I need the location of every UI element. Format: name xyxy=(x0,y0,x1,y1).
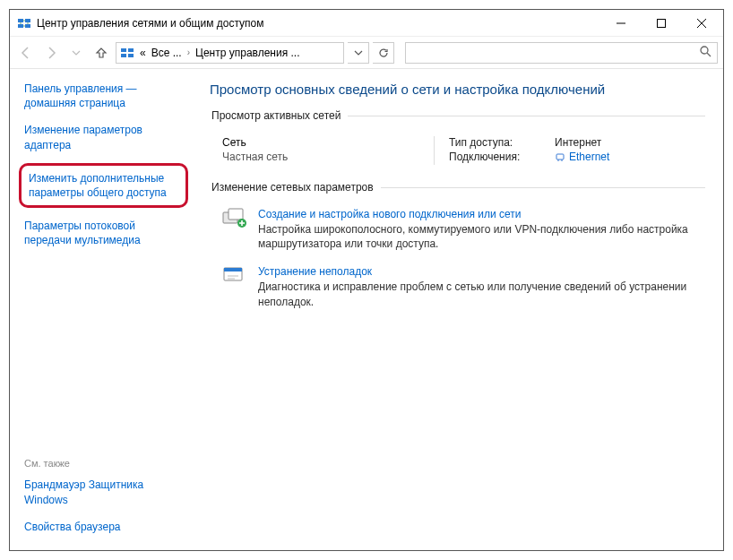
network-name: Сеть xyxy=(222,136,419,149)
window-controls xyxy=(600,11,721,36)
refresh-button[interactable] xyxy=(373,42,394,64)
new-connection-icon xyxy=(222,208,247,229)
breadcrumb-icon xyxy=(120,46,134,60)
window-title: Центр управления сетями и общим доступом xyxy=(37,17,600,30)
search-icon[interactable] xyxy=(700,46,711,60)
sidebar-link-media-streaming[interactable]: Параметры потоковой передачи мультимедиа xyxy=(24,219,185,247)
svg-rect-10 xyxy=(556,154,564,159)
chevron-right-icon: › xyxy=(187,47,190,57)
sidebar-link-advanced-sharing[interactable]: Изменить дополнительные параметры общего… xyxy=(19,163,188,208)
task-troubleshoot: Устранение неполадок Диагностика и испра… xyxy=(210,260,705,317)
task-troubleshoot-desc: Диагностика и исправление проблем с сеть… xyxy=(258,280,705,308)
network-row: Сеть Частная сеть Тип доступа: Интернет … xyxy=(210,131,705,165)
main-content: Просмотр основных сведений о сети и наст… xyxy=(194,69,723,550)
network-type: Частная сеть xyxy=(222,151,419,163)
svg-point-9 xyxy=(701,47,708,54)
maximize-button[interactable] xyxy=(641,11,681,36)
breadcrumb-box[interactable]: « Все ... › Центр управления ... xyxy=(116,42,344,64)
svg-rect-15 xyxy=(224,268,242,271)
sidebar-link-home[interactable]: Панель управления — домашняя страница xyxy=(24,82,185,110)
access-type-label: Тип доступа: xyxy=(449,136,539,149)
active-networks-legend: Просмотр активных сетей xyxy=(210,109,348,122)
address-dropdown[interactable] xyxy=(348,42,369,64)
close-button[interactable] xyxy=(681,11,721,36)
window: Центр управления сетями и общим доступом… xyxy=(9,9,724,551)
active-networks-group: Просмотр активных сетей Сеть Частная сет… xyxy=(210,109,705,165)
see-also-heading: См. также xyxy=(24,458,185,469)
page-title: Просмотр основных сведений о сети и наст… xyxy=(210,82,705,97)
connection-value: Ethernet xyxy=(569,151,609,163)
see-also-browser[interactable]: Свойства браузера xyxy=(24,520,185,534)
svg-rect-8 xyxy=(128,54,134,57)
breadcrumb-item[interactable]: Центр управления ... xyxy=(195,47,299,59)
task-new-connection-title[interactable]: Создание и настройка нового подключения … xyxy=(258,208,705,220)
task-troubleshoot-title[interactable]: Устранение неполадок xyxy=(258,265,705,278)
breadcrumb-item[interactable]: Все ... xyxy=(151,47,182,59)
access-type-value: Интернет xyxy=(555,136,601,149)
sidebar: Панель управления — домашняя страница Из… xyxy=(10,69,194,550)
task-new-connection-desc: Настройка широкополосного, коммутируемог… xyxy=(258,222,705,251)
body: Панель управления — домашняя страница Из… xyxy=(10,69,723,550)
svg-rect-3 xyxy=(25,24,30,28)
network-details: Тип доступа: Интернет Подключения: Ether… xyxy=(449,136,609,165)
ethernet-icon xyxy=(555,151,565,162)
see-also-firewall[interactable]: Брандмауэр Защитника Windows xyxy=(24,478,185,506)
connections-label: Подключения: xyxy=(449,151,539,163)
svg-rect-12 xyxy=(229,209,243,220)
network-basic: Сеть Частная сеть xyxy=(222,136,419,165)
forward-button[interactable] xyxy=(40,42,62,64)
breadcrumb-prefix: « xyxy=(140,47,146,59)
search-input[interactable] xyxy=(411,46,700,60)
divider xyxy=(434,136,435,165)
app-icon xyxy=(17,16,31,30)
svg-rect-1 xyxy=(25,19,30,22)
change-settings-group: Изменение сетевых параметров Создание и … xyxy=(210,181,705,318)
svg-rect-7 xyxy=(121,54,126,57)
svg-rect-6 xyxy=(128,48,134,52)
task-new-connection: Создание и настройка нового подключения … xyxy=(210,202,705,260)
recent-dropdown[interactable] xyxy=(65,42,87,64)
titlebar: Центр управления сетями и общим доступом xyxy=(10,10,723,37)
connection-link[interactable]: Ethernet xyxy=(555,151,609,163)
svg-rect-5 xyxy=(121,48,126,52)
svg-rect-2 xyxy=(18,24,23,28)
change-settings-legend: Изменение сетевых параметров xyxy=(210,181,381,194)
troubleshoot-icon xyxy=(222,265,247,287)
minimize-button[interactable] xyxy=(600,11,641,36)
back-button[interactable] xyxy=(15,42,37,64)
address-bar: « Все ... › Центр управления ... xyxy=(10,37,723,69)
svg-rect-4 xyxy=(657,19,665,27)
search-box[interactable] xyxy=(405,42,718,64)
sidebar-link-adapter-settings[interactable]: Изменение параметров адаптера xyxy=(24,123,185,151)
svg-rect-0 xyxy=(18,19,23,22)
up-button[interactable] xyxy=(91,42,112,64)
